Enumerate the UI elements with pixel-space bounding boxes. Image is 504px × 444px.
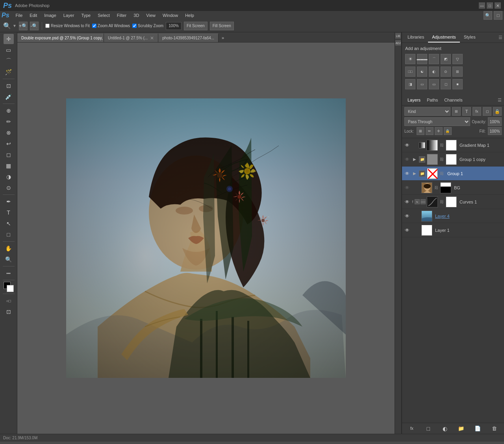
close-button[interactable]: ✕ — [495, 2, 501, 9]
layer-fx-button[interactable]: fx — [408, 425, 416, 433]
menu-edit[interactable]: Edit — [26, 12, 40, 18]
background-color[interactable] — [7, 285, 14, 292]
zoom-percent-input[interactable]: 100% — [166, 22, 182, 30]
hsl-btn[interactable]: □□ — [405, 67, 415, 77]
rectangle-select-tool[interactable]: ▭ — [4, 45, 14, 55]
lock-position-btn[interactable]: ✏ — [426, 127, 434, 135]
menu-view[interactable]: View — [143, 12, 159, 18]
crop-tool[interactable]: ⊡ — [4, 81, 14, 91]
tab-double-exposure[interactable]: Double exposure.psd @ 27.5% (Group 1 cop… — [17, 33, 104, 42]
layer-visibility-group1[interactable]: 👁 — [404, 170, 411, 177]
fit-screen-button[interactable]: Fit Screen — [184, 22, 208, 30]
exposure-btn[interactable]: ◩ — [441, 54, 451, 64]
color-swatches[interactable] — [4, 282, 14, 292]
screen-mode-button[interactable]: ⊡ — [4, 307, 14, 317]
search-button[interactable]: 🔍 — [484, 11, 492, 20]
layer-visibility-bg[interactable]: 👁 — [404, 184, 411, 191]
menu-window[interactable]: Window — [159, 12, 181, 18]
filter-mask-btn[interactable]: ◻ — [483, 107, 491, 116]
levels-btn[interactable]: ▬▬▬ — [417, 54, 427, 64]
filter-lock-btn[interactable]: 🔒 — [493, 107, 502, 116]
invert-btn[interactable]: ▭ — [417, 79, 427, 89]
layer-row-group1-copy[interactable]: 👁 ▶ 📁 ⛓ Group 1 copy — [402, 152, 504, 166]
opacity-input[interactable]: 100% — [488, 117, 502, 126]
tab-libraries[interactable]: Libraries — [404, 32, 428, 43]
layer-visibility-layer1[interactable]: 👁 — [404, 227, 411, 234]
filter-type-btn[interactable]: T — [462, 107, 471, 116]
layer-visibility-gradient-map[interactable]: 👁 — [404, 142, 411, 149]
menu-image[interactable]: Image — [41, 12, 59, 18]
move-tool[interactable]: ✛ — [4, 34, 14, 44]
lock-artboard-btn[interactable]: ✛ — [435, 127, 443, 135]
arrange-button[interactable]: □ — [494, 11, 502, 20]
zoom-tool[interactable]: 🔍 — [4, 254, 14, 265]
filter-toggle-btn[interactable]: ⊞ — [452, 107, 461, 116]
blur-tool[interactable]: ◑ — [4, 172, 14, 182]
layer-expand-group1[interactable]: ▶ — [412, 171, 417, 176]
zoom-dropdown-arrow[interactable]: ▼ — [13, 24, 17, 28]
layer-row-layer1[interactable]: 👁 ▶ Layer 1 — [402, 223, 504, 237]
layer-visibility-curves[interactable]: 👁 — [404, 198, 411, 205]
resize-windows-checkbox[interactable] — [45, 24, 50, 28]
eraser-tool[interactable]: ◻ — [4, 150, 14, 160]
tab-untitled[interactable]: Untitled-1 @ 27.5% (... ✕ — [104, 33, 158, 42]
gradient-tool[interactable]: ▦ — [4, 161, 14, 171]
layer-row-curves[interactable]: 👁 f fx □□□ ⛓ Curves 1 — [402, 195, 504, 209]
layer-expand-group1-copy[interactable]: ▶ — [412, 157, 417, 162]
layer-kind-select[interactable]: Kind — [404, 107, 450, 116]
clone-stamp-tool[interactable]: ⊗ — [4, 128, 14, 138]
brush-tool[interactable]: ✏ — [4, 117, 14, 127]
shape-tool[interactable]: □ — [4, 229, 14, 240]
threshold-btn[interactable]: ◻ — [441, 79, 451, 89]
curves-btn[interactable]: ⌒ — [429, 54, 439, 64]
menu-layer[interactable]: Layer — [60, 12, 78, 18]
blend-mode-select[interactable]: Pass Through — [404, 117, 470, 126]
tab-styles[interactable]: Styles — [460, 32, 480, 43]
menu-help[interactable]: Help — [182, 12, 197, 18]
gradient-map-btn[interactable]: ■ — [452, 79, 463, 89]
tab-overflow-button[interactable]: » — [219, 33, 227, 42]
channels-tab[interactable]: Channels — [441, 96, 465, 104]
layer-mask-button[interactable]: □ — [424, 425, 432, 433]
fill-input[interactable]: 100% — [488, 127, 502, 135]
dodge-tool[interactable]: ⊙ — [4, 183, 14, 193]
panel-icon-1[interactable]: LIB — [395, 33, 401, 39]
scrubby-zoom-checkbox[interactable] — [132, 24, 137, 28]
layer-row-group1[interactable]: 👁 ▶ 📁 ⛓ Group 1 — [402, 166, 504, 181]
zoom-all-windows-checkbox[interactable] — [92, 24, 96, 28]
layer-adjustment-button[interactable]: ◐ — [441, 425, 449, 433]
paths-tab[interactable]: Paths — [424, 96, 441, 104]
spot-healing-tool[interactable]: ⊕ — [4, 105, 14, 116]
tab-close-2[interactable]: ✕ — [150, 35, 154, 41]
channel-mixer-btn[interactable]: ⊞ — [452, 67, 463, 77]
color-balance-btn[interactable]: ☯ — [417, 67, 427, 77]
zoom-out-button[interactable]: -🔍 — [30, 22, 39, 30]
posterize-btn[interactable]: ▭ — [429, 79, 439, 89]
hand-tool[interactable]: ✋ — [4, 243, 14, 253]
minimize-button[interactable]: — — [479, 2, 485, 9]
tab-photo[interactable]: photo-1439853949127-fa64... — [158, 33, 219, 42]
lock-pixels-btn[interactable]: ⊞ — [417, 127, 424, 135]
menu-file[interactable]: File — [13, 12, 26, 18]
panel-icon-2[interactable]: ADJ — [395, 40, 401, 46]
layer-delete-button[interactable]: 🗑 — [490, 425, 498, 433]
menu-type[interactable]: Type — [78, 12, 94, 18]
menu-3d[interactable]: 3D — [130, 12, 142, 18]
vibrance-btn[interactable]: ▽ — [452, 54, 463, 64]
layer-group-button[interactable]: 📁 — [457, 425, 465, 433]
layer-row-gradient-map[interactable]: 👁 ▶ ⛓ Gradient Map 1 — [402, 138, 504, 152]
eyedropper-tool[interactable]: 💉 — [4, 92, 14, 102]
history-brush-tool[interactable]: ↩ — [4, 139, 14, 149]
color-lookup-btn[interactable]: ◨ — [405, 79, 415, 89]
fill-screen-button[interactable]: Fill Screen — [210, 22, 234, 30]
more-tools-button[interactable]: ••• — [4, 268, 14, 278]
layer-visibility-layer4[interactable]: 👁 — [404, 213, 411, 220]
type-tool[interactable]: T — [4, 207, 14, 218]
panel-more-button[interactable]: ☰ — [498, 35, 502, 40]
menu-filter[interactable]: Filter — [114, 12, 130, 18]
magic-wand-tool[interactable]: 🪄 — [4, 67, 14, 77]
layer-visibility-group1-copy[interactable]: 👁 — [404, 156, 411, 163]
layers-tab[interactable]: Layers — [404, 96, 424, 104]
maximize-button[interactable]: □ — [487, 2, 493, 9]
photo-filter-btn[interactable]: ⊙ — [441, 67, 451, 77]
